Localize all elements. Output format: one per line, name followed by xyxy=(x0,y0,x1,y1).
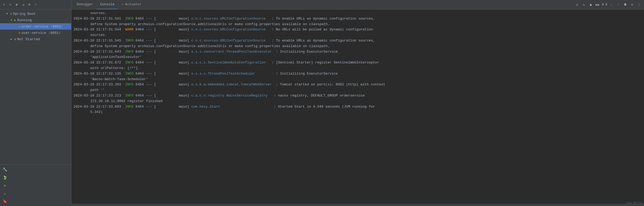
tabs-bar: Debugger Console ⚡ Actuator ↺ ↻ ◼ ▶▶ ⏸⏸ … xyxy=(71,0,644,10)
running-label: Running xyxy=(17,18,32,22)
collapse-icon[interactable]: ⇅ xyxy=(2,2,6,7)
bookmark-icon[interactable]: 🔖 xyxy=(1,198,8,205)
alert-icon[interactable]: ⚠ xyxy=(1,190,8,197)
resume-icon[interactable]: ▶▶ xyxy=(595,2,601,8)
actuator-icon: ⚡ xyxy=(121,2,124,7)
clear-icon[interactable]: ⊘ xyxy=(629,2,635,8)
eye-icon[interactable]: ◉ xyxy=(14,2,19,7)
sidebar-item-running[interactable]: ▼ ▶ Running xyxy=(0,17,71,23)
running-icon: ▶ xyxy=(14,18,16,22)
tool-icon[interactable]: 🔧 xyxy=(1,166,8,173)
spring-boot-label: Spring Boot xyxy=(13,12,36,16)
not-started-icon: ⚙ xyxy=(14,37,16,41)
log-line: define System property archaius.configur… xyxy=(74,44,642,49)
sidebar-item-not-started[interactable]: ▶ ⚙ Not Started xyxy=(0,36,71,42)
debugger-tab-label: Debugger xyxy=(77,2,93,6)
log-line: 'applicationTaskExecutor' xyxy=(74,54,642,60)
restart-icon[interactable]: ↺ xyxy=(574,2,580,8)
sidebar: ⇅ ✕ ◉ ⊿ ⊞ + ▼ ⚙ Spring Boot ▼ ▶ Running xyxy=(0,0,71,206)
message-icon[interactable]: ✉ xyxy=(1,182,8,189)
log-line: 5.342) xyxy=(74,109,642,115)
spring-leaf-icon[interactable]: 🍃 xyxy=(1,174,8,181)
spring-boot-icon: ⚙ xyxy=(10,12,12,16)
arrow-icon: ▶ xyxy=(11,38,14,41)
sidebar-tree: ▼ ⚙ Spring Boot ▼ ▶ Running ⚙ order-serv… xyxy=(0,10,71,164)
log-line: with urlPatterns: [/**]. xyxy=(74,66,642,71)
service-icon: ⚙ xyxy=(19,25,20,29)
filter-icon[interactable]: ⊿ xyxy=(21,2,25,7)
log-line: 2024-03-10 22:17:31.544 WARN 6464 --- [ … xyxy=(74,27,642,33)
record-icon[interactable]: ⏺ xyxy=(622,2,628,8)
more-icon[interactable]: ⋮ xyxy=(636,2,642,8)
log-line: 2024-03-10 22:17:31.672 INFO 6464 --- [ … xyxy=(74,60,642,66)
tab-debugger[interactable]: Debugger xyxy=(74,0,96,9)
console-output[interactable]: sources. 2024-03-10 22:17:31.541 INFO 64… xyxy=(71,10,644,204)
tabs-toolbar: ↺ ↻ ◼ ▶▶ ⏸⏸ ↓ ↑ ⏺ ⊘ ⋮ xyxy=(574,2,642,8)
user-service-label: user-service :8081/ xyxy=(21,31,61,35)
stop-icon[interactable]: ◼ xyxy=(588,2,594,8)
sidebar-item-user-service[interactable]: ⚙ user-service :8081/ xyxy=(0,30,71,36)
download-icon[interactable]: ↓ xyxy=(609,2,614,8)
expand-icon[interactable]: ✕ xyxy=(8,2,13,7)
settings-icon[interactable]: ⊞ xyxy=(27,2,32,7)
sidebar-item-order-service[interactable]: ⚙ order-service :8082/ xyxy=(0,23,71,30)
pause-all-icon[interactable]: ⏸⏸ xyxy=(602,2,607,8)
log-line: 2024-03-10 22:17:31.643 INFO 6464 --- [ … xyxy=(74,49,642,55)
actuator-tab-label: Actuator xyxy=(125,2,142,6)
add-icon[interactable]: + xyxy=(33,2,38,7)
log-line: sources. xyxy=(74,11,642,16)
restart-all-icon[interactable]: ↻ xyxy=(581,2,587,8)
sidebar-toolbar: ⇅ ✕ ◉ ⊿ ⊞ + xyxy=(0,0,71,10)
log-line: 172.20.10.11:8082 register finished xyxy=(74,99,642,104)
log-line: 2024-03-10 22:17:33.203 INFO 6464 --- [ … xyxy=(74,82,642,88)
arrow-icon xyxy=(15,31,19,34)
tab-actuator[interactable]: ⚡ Actuator xyxy=(118,0,145,9)
sidebar-bottom: 🔧 🍃 ✉ ⚠ 🔖 xyxy=(0,164,71,206)
log-line: 2024-03-10 22:17:33.603 INFO 6464 --- [ … xyxy=(74,104,642,110)
order-service-label: order-service :8082/ xyxy=(21,25,63,29)
log-line: path '' xyxy=(74,88,642,93)
upload-icon[interactable]: ↑ xyxy=(615,2,621,8)
log-line: sources. xyxy=(74,33,642,38)
tab-console[interactable]: Console xyxy=(97,0,118,9)
service-icon: ⚙ xyxy=(19,31,20,35)
log-line: 2024-03-10 22:17:31.545 INFO 6464 --- [ … xyxy=(74,38,642,44)
log-line: 'Nacos-Watch-Task-Scheduler' xyxy=(74,77,642,82)
scrollbar[interactable] xyxy=(71,204,644,206)
arrow-icon: ▼ xyxy=(11,19,14,22)
main-content: Debugger Console ⚡ Actuator ↺ ↻ ◼ ▶▶ ⏸⏸ … xyxy=(71,0,644,206)
console-tab-label: Console xyxy=(100,2,115,6)
arrow-icon: ▼ xyxy=(6,12,10,15)
not-started-label: Not Started xyxy=(17,37,40,41)
sidebar-item-spring-boot[interactable]: ▼ ⚙ Spring Boot xyxy=(0,11,71,17)
log-line: define System property archaius.configur… xyxy=(74,22,642,27)
log-line: 2024-03-10 22:17:32.135 INFO 6464 --- [ … xyxy=(74,71,642,77)
log-line: 2024-03-10 22:17:31.541 INFO 6464 --- [ … xyxy=(74,16,642,22)
log-line: 2024-03-10 22:17:33.213 INFO 6464 --- [ … xyxy=(74,93,642,99)
arrow-icon xyxy=(15,25,19,28)
watermark: CSDN @中中华 xyxy=(625,201,643,205)
